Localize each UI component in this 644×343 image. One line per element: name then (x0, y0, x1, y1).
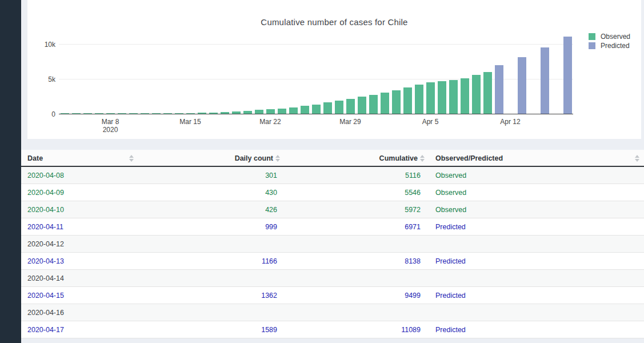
x-axis-line (59, 114, 573, 114)
table-header: DateDaily countCumulativeObserved/Predic… (21, 150, 644, 167)
cell-status: Observed (427, 172, 644, 180)
cell-date: 2020-04-12 (21, 240, 137, 248)
column-header-label: Daily count (235, 154, 273, 162)
column-header-daily_count[interactable]: Daily count (137, 150, 283, 167)
x-axis-tick-label: Mar 82020 (90, 118, 130, 134)
column-header-label: Cumulative (379, 154, 418, 162)
sort-icon[interactable] (275, 155, 280, 162)
cell-status: Predicted (427, 326, 644, 334)
bar-predicted-2020-04-11[interactable] (495, 65, 503, 114)
cell-cumulative: 5116 (283, 172, 427, 180)
y-axis-tick-label: 5k (30, 76, 55, 83)
cell-date: 2020-04-14 (21, 274, 137, 282)
legend-swatch-predicted (589, 42, 595, 49)
cell-date: 2020-04-10 (21, 206, 137, 214)
cell-daily_count: 999 (137, 223, 283, 231)
bar-observed-2020-03-22[interactable] (266, 109, 275, 114)
bar-observed-2020-04-03[interactable] (403, 87, 412, 114)
cell-status: Predicted (427, 223, 644, 231)
chart-card: Cumulative number of cases for Chile 05k… (27, 0, 641, 139)
y-axis-tick-label: 0 (30, 111, 55, 118)
bar-observed-2020-04-01[interactable] (381, 93, 389, 114)
gridline-10k (59, 44, 573, 45)
table-header-row: DateDaily countCumulativeObserved/Predic… (21, 150, 644, 167)
data-table: DateDaily countCumulativeObserved/Predic… (21, 150, 644, 338)
cell-daily_count: 426 (137, 206, 283, 214)
table-row: 2020-04-104265972Observed (21, 201, 644, 218)
cell-daily_count: 430 (137, 189, 283, 197)
cell-date: 2020-04-11 (21, 223, 137, 231)
column-header-date[interactable]: Date (21, 150, 137, 167)
bar-observed-2020-04-08[interactable] (461, 78, 469, 114)
left-sidebar (0, 0, 21, 343)
bar-observed-2020-04-07[interactable] (449, 80, 458, 114)
x-axis-tick-label: Mar 22 (250, 118, 290, 126)
table-row: 2020-04-083015116Observed (21, 167, 644, 184)
cell-date: 2020-04-16 (21, 309, 137, 317)
bar-observed-2020-03-28[interactable] (335, 101, 343, 114)
cell-date: 2020-04-15 (21, 292, 137, 300)
table-row: 2020-04-1513629499Predicted (21, 287, 644, 304)
table-row: 2020-04-1311668138Predicted (21, 253, 644, 270)
table-row: 2020-04-16 (21, 304, 644, 321)
bar-observed-2020-03-25[interactable] (301, 106, 309, 114)
bar-observed-2020-04-02[interactable] (392, 90, 401, 114)
chart-title: Cumulative number of cases for Chile (27, 17, 641, 27)
column-header-label: Date (27, 154, 43, 162)
cell-date: 2020-04-13 (21, 257, 137, 265)
main-content: Cumulative number of cases for Chile 05k… (21, 0, 644, 343)
column-header-cumulative[interactable]: Cumulative (283, 150, 427, 167)
section-gap (21, 139, 644, 150)
cell-cumulative: 9499 (283, 292, 427, 300)
cell-date: 2020-04-17 (21, 326, 137, 334)
sort-icon[interactable] (129, 155, 134, 162)
table-row: 2020-04-12 (21, 236, 644, 253)
sort-icon[interactable] (420, 155, 425, 162)
bar-observed-2020-03-31[interactable] (369, 95, 378, 114)
table-row: 2020-04-094305546Observed (21, 184, 644, 201)
x-axis-tick-label: Mar 29 (330, 118, 370, 126)
table-body: 2020-04-083015116Observed2020-04-0943055… (21, 167, 644, 338)
bar-predicted-2020-04-17[interactable] (563, 37, 572, 114)
cell-date: 2020-04-09 (21, 189, 137, 197)
cell-status: Observed (427, 189, 644, 197)
column-header-label: Observed/Predicted (435, 154, 503, 162)
app-root: Cumulative number of cases for Chile 05k… (0, 0, 644, 343)
bar-observed-2020-03-26[interactable] (312, 105, 321, 114)
bar-observed-2020-04-09[interactable] (472, 75, 481, 114)
legend-item-predicted[interactable]: Predicted (589, 41, 630, 50)
cell-status: Observed (427, 206, 644, 214)
legend-swatch-observed (589, 33, 595, 40)
x-axis-tick-label: Apr 12 (490, 118, 530, 126)
cell-daily_count: 301 (137, 172, 283, 180)
x-axis-tick-label: Apr 5 (410, 118, 450, 126)
bar-observed-2020-03-27[interactable] (323, 102, 332, 114)
legend-label: Observed (601, 33, 630, 41)
cell-cumulative: 5546 (283, 189, 427, 197)
cell-status: Predicted (427, 292, 644, 300)
sort-icon[interactable] (635, 155, 639, 162)
bar-predicted-2020-04-15[interactable] (541, 47, 549, 114)
bar-observed-2020-04-10[interactable] (483, 72, 492, 114)
cell-cumulative: 5972 (283, 206, 427, 214)
footer-strip (21, 338, 644, 343)
bar-observed-2020-04-06[interactable] (438, 81, 446, 114)
cell-daily_count: 1589 (137, 326, 283, 334)
bar-observed-2020-03-24[interactable] (289, 107, 298, 114)
x-axis-tick-label: Mar 15 (170, 118, 210, 126)
table-row: 2020-04-14 (21, 270, 644, 287)
column-header-status[interactable]: Observed/Predicted (427, 150, 644, 167)
legend-item-observed[interactable]: Observed (589, 32, 630, 41)
table-row: 2020-04-119996971Predicted (21, 218, 644, 236)
cell-date: 2020-04-08 (21, 172, 137, 180)
bar-observed-2020-03-30[interactable] (358, 97, 366, 114)
bar-observed-2020-04-05[interactable] (426, 82, 435, 114)
bar-observed-2020-03-23[interactable] (278, 109, 286, 114)
table-row: 2020-04-17158911089Predicted (21, 321, 644, 338)
bar-observed-2020-04-04[interactable] (415, 85, 423, 114)
bar-observed-2020-03-29[interactable] (346, 99, 355, 114)
cell-cumulative: 8138 (283, 257, 427, 265)
cell-cumulative: 11089 (283, 326, 427, 334)
legend-label: Predicted (601, 42, 630, 50)
bar-predicted-2020-04-13[interactable] (518, 57, 526, 114)
